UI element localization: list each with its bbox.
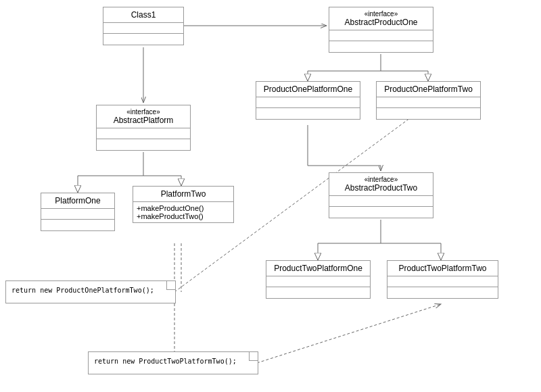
product-two-platform-two-section2 [387, 287, 498, 298]
product-one-platform-two-title: ProductOnePlatformTwo [377, 82, 480, 97]
product-two-platform-one-box: ProductTwoPlatformOne [266, 260, 371, 299]
abstract-product-two-box: «interface» AbstractProductTwo [329, 172, 433, 218]
platform-two-method1: +makeProductOne() [137, 204, 230, 212]
abstract-platform-stereotype: «interface» [101, 108, 186, 116]
svg-line-27 [257, 304, 441, 363]
platform-two-method2: +makeProductTwo() [137, 212, 230, 220]
platform-two-title: PlatformTwo [133, 187, 233, 202]
platform-one-title: PlatformOne [41, 193, 114, 209]
abstract-platform-label: AbstractPlatform [101, 116, 186, 125]
note-product-one-platform-two: return new ProductOnePlatformTwo(); [5, 280, 176, 303]
product-one-platform-one-section2 [256, 108, 360, 119]
product-one-platform-one-title: ProductOnePlatformOne [256, 82, 360, 97]
product-two-platform-one-title: ProductTwoPlatformOne [266, 261, 370, 276]
product-two-platform-two-title: ProductTwoPlatformTwo [387, 261, 498, 276]
product-one-platform-two-box: ProductOnePlatformTwo [376, 81, 481, 120]
product-one-platform-one-section1 [256, 97, 360, 108]
product-one-platform-two-section1 [377, 97, 480, 108]
abstract-product-one-section2 [329, 41, 433, 52]
abstract-product-two-section2 [329, 207, 433, 218]
abstract-product-one-section1 [329, 30, 433, 41]
platform-two-box: PlatformTwo +makeProductOne() +makeProdu… [133, 186, 234, 223]
abstract-product-two-title: «interface» AbstractProductTwo [329, 173, 433, 196]
class1-section2 [103, 34, 183, 45]
note1-text: return new ProductOnePlatformTwo(); [11, 287, 154, 294]
abstract-product-one-label: AbstractProductOne [333, 18, 429, 27]
product-two-platform-two-section1 [387, 276, 498, 287]
class1-section1 [103, 23, 183, 34]
abstract-product-one-box: «interface» AbstractProductOne [329, 7, 433, 53]
abstract-product-one-title: «interface» AbstractProductOne [329, 7, 433, 30]
abstract-product-two-label: AbstractProductTwo [333, 183, 429, 193]
note-product-two-platform-two: return new ProductTwoPlatformTwo(); [88, 351, 258, 374]
platform-one-section2 [41, 220, 114, 230]
abstract-product-one-stereotype: «interface» [333, 10, 429, 18]
abstract-platform-section1 [97, 128, 190, 139]
platform-one-section1 [41, 209, 114, 220]
uml-diagram: Class1 «interface» AbstractPlatform Plat… [0, 0, 541, 392]
product-two-platform-one-section1 [266, 276, 370, 287]
platform-two-methods: +makeProductOne() +makeProductTwo() [133, 202, 233, 222]
abstract-platform-title: «interface» AbstractPlatform [97, 105, 190, 128]
abstract-platform-section2 [97, 139, 190, 150]
product-two-platform-one-section2 [266, 287, 370, 298]
note2-text: return new ProductTwoPlatformTwo(); [94, 358, 237, 365]
class1-title: Class1 [103, 7, 183, 23]
abstract-product-two-section1 [329, 196, 433, 207]
abstract-product-two-stereotype: «interface» [333, 176, 429, 183]
product-two-platform-two-box: ProductTwoPlatformTwo [387, 260, 498, 299]
product-one-platform-two-section2 [377, 108, 480, 119]
product-one-platform-one-box: ProductOnePlatformOne [256, 81, 360, 120]
platform-one-box: PlatformOne [41, 193, 115, 231]
abstract-platform-box: «interface» AbstractPlatform [96, 105, 191, 151]
class1-box: Class1 [103, 7, 184, 45]
